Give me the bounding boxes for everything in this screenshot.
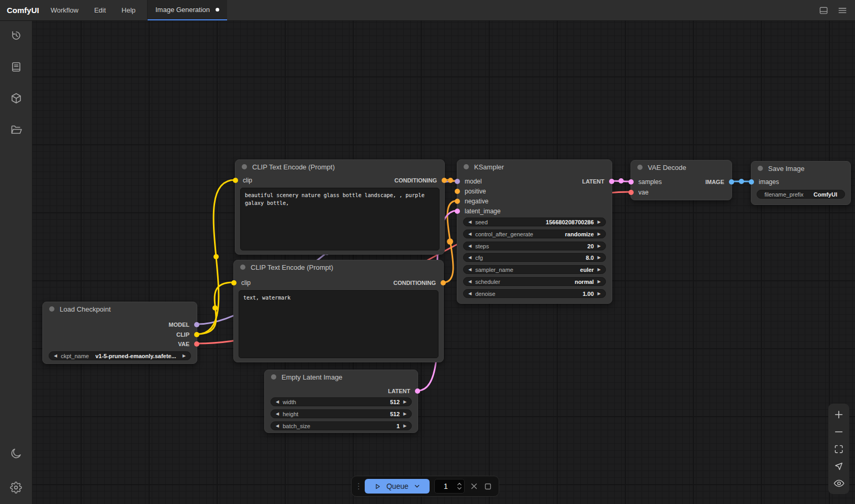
prev-value-icon[interactable] — [468, 232, 471, 236]
decrement-icon[interactable] — [276, 400, 279, 404]
clip-input-dot[interactable] — [231, 280, 237, 285]
queue-button[interactable]: Queue — [365, 479, 430, 494]
node-canvas[interactable]: Load Checkpoint MODEL CLIP VAE ckpt_name… — [0, 0, 855, 504]
widget-steps[interactable]: steps 20 — [463, 242, 606, 250]
node-save-image[interactable]: Save Image images filename_prefix ComfyU… — [751, 161, 851, 205]
collapse-dot-icon[interactable] — [271, 374, 276, 380]
batch-count-input[interactable]: 1 — [434, 479, 465, 494]
latent-output-dot[interactable] — [609, 179, 614, 184]
widget-scheduler[interactable]: scheduler normal — [463, 277, 606, 286]
model-output-dot[interactable] — [194, 322, 199, 327]
node-ksampler[interactable]: KSampler model LATENT positive negative … — [457, 159, 612, 304]
settings-button[interactable] — [6, 477, 27, 498]
prev-value-icon[interactable] — [468, 268, 471, 272]
decrement-icon[interactable] — [276, 424, 279, 428]
chevron-down-icon[interactable] — [413, 483, 421, 490]
conditioning-output-dot[interactable] — [442, 178, 447, 183]
theme-toggle-button[interactable] — [6, 443, 27, 464]
widget-filename-prefix[interactable]: filename_prefix ComfyUI — [757, 190, 845, 199]
node-header[interactable]: VAE Decode — [631, 161, 732, 174]
node-clip-text-encode-negative[interactable]: CLIP Text Encode (Prompt) clip CONDITION… — [233, 260, 444, 362]
widget-seed[interactable]: seed 156680208700286 — [463, 217, 606, 226]
decrement-icon[interactable] — [276, 412, 279, 416]
prev-value-icon[interactable] — [54, 354, 57, 358]
select-mode-button[interactable] — [833, 460, 845, 472]
sidebar-workflows-button[interactable] — [6, 56, 27, 77]
latent-output-dot[interactable] — [415, 388, 420, 394]
widget-batch-size[interactable]: batch_size 1 — [271, 421, 412, 430]
increment-icon[interactable] — [598, 244, 601, 248]
widget-ckpt-name[interactable]: ckpt_name v1-5-pruned-emaonly.safete... — [49, 351, 191, 360]
tab-image-generation[interactable]: Image Generation — [148, 0, 227, 20]
collapse-dot-icon[interactable] — [242, 164, 247, 169]
prev-value-icon[interactable] — [468, 280, 471, 284]
sidebar-history-button[interactable] — [6, 25, 27, 46]
fit-view-button[interactable] — [833, 443, 845, 455]
vae-input-dot[interactable] — [628, 190, 634, 195]
increment-icon[interactable] — [403, 412, 407, 416]
increment-icon[interactable] — [598, 256, 601, 260]
collapse-dot-icon[interactable] — [49, 306, 54, 312]
decrement-icon[interactable] — [468, 220, 471, 224]
collapse-dot-icon[interactable] — [240, 265, 245, 270]
menu-workflow[interactable]: Workflow — [51, 6, 78, 14]
increment-icon[interactable] — [403, 424, 407, 428]
main-menu-button[interactable] — [837, 5, 848, 16]
collapse-dot-icon[interactable] — [758, 166, 763, 171]
increment-icon[interactable] — [598, 220, 601, 224]
spin-up-icon[interactable] — [457, 482, 462, 486]
app-logo[interactable]: ComfyUI — [7, 6, 39, 15]
widget-cfg[interactable]: cfg 8.0 — [463, 253, 606, 262]
zoom-out-button[interactable] — [833, 426, 845, 438]
collapse-dot-icon[interactable] — [637, 165, 643, 170]
images-input-dot[interactable] — [749, 179, 754, 185]
node-header[interactable]: CLIP Text Encode (Prompt) — [234, 260, 443, 274]
menu-help[interactable]: Help — [121, 6, 136, 14]
node-header[interactable]: Save Image — [751, 162, 850, 175]
widget-height[interactable]: height 512 — [271, 409, 412, 418]
vae-output-dot[interactable] — [194, 341, 199, 347]
next-value-icon[interactable] — [598, 268, 601, 272]
increment-icon[interactable] — [598, 292, 601, 296]
node-header[interactable]: KSampler — [457, 160, 612, 174]
negative-prompt-textarea[interactable]: text, watermark — [239, 290, 438, 358]
node-clip-text-encode-positive[interactable]: CLIP Text Encode (Prompt) clip CONDITION… — [235, 159, 445, 255]
spin-down-icon[interactable] — [457, 487, 462, 490]
increment-icon[interactable] — [403, 400, 407, 404]
decrement-icon[interactable] — [468, 292, 471, 296]
node-load-checkpoint[interactable]: Load Checkpoint MODEL CLIP VAE ckpt_name… — [42, 302, 197, 364]
node-header[interactable]: Empty Latent Image — [265, 370, 418, 384]
stop-button[interactable] — [483, 482, 492, 491]
next-value-icon[interactable] — [598, 280, 601, 284]
positive-input-dot[interactable] — [455, 189, 460, 194]
model-input-dot[interactable] — [455, 179, 460, 184]
node-vae-decode[interactable]: VAE Decode samples IMAGE vae — [631, 160, 732, 200]
decrement-icon[interactable] — [468, 244, 471, 248]
node-empty-latent-image[interactable]: Empty Latent Image LATENT width 512 heig… — [264, 370, 418, 433]
drag-handle-icon[interactable] — [355, 482, 360, 491]
latent-image-input-dot[interactable] — [455, 209, 460, 214]
positive-prompt-textarea[interactable]: beautiful scenery nature glass bottle la… — [240, 188, 440, 250]
negative-input-dot[interactable] — [455, 199, 460, 204]
toggle-visibility-button[interactable] — [833, 477, 845, 489]
clip-output-dot[interactable] — [194, 332, 199, 337]
next-value-icon[interactable] — [598, 232, 601, 236]
node-header[interactable]: Load Checkpoint — [43, 302, 197, 316]
widget-control-after-generate[interactable]: control_after_generate randomize — [463, 230, 606, 238]
image-output-dot[interactable] — [729, 179, 734, 185]
bottom-panel-toggle-button[interactable] — [818, 5, 829, 16]
widget-denoise[interactable]: denoise 1.00 — [463, 289, 606, 298]
menu-edit[interactable]: Edit — [94, 6, 106, 14]
node-header[interactable]: CLIP Text Encode (Prompt) — [235, 160, 444, 174]
decrement-icon[interactable] — [468, 256, 471, 260]
widget-width[interactable]: width 512 — [271, 397, 412, 406]
clip-input-dot[interactable] — [233, 178, 238, 183]
clear-queue-button[interactable] — [469, 482, 479, 491]
conditioning-output-dot[interactable] — [441, 280, 446, 285]
next-value-icon[interactable] — [183, 354, 186, 358]
sidebar-model-library-button[interactable] — [6, 119, 27, 140]
collapse-dot-icon[interactable] — [464, 164, 469, 169]
sidebar-node-library-button[interactable] — [6, 88, 27, 109]
zoom-in-button[interactable] — [833, 408, 845, 420]
samples-input-dot[interactable] — [628, 179, 634, 185]
